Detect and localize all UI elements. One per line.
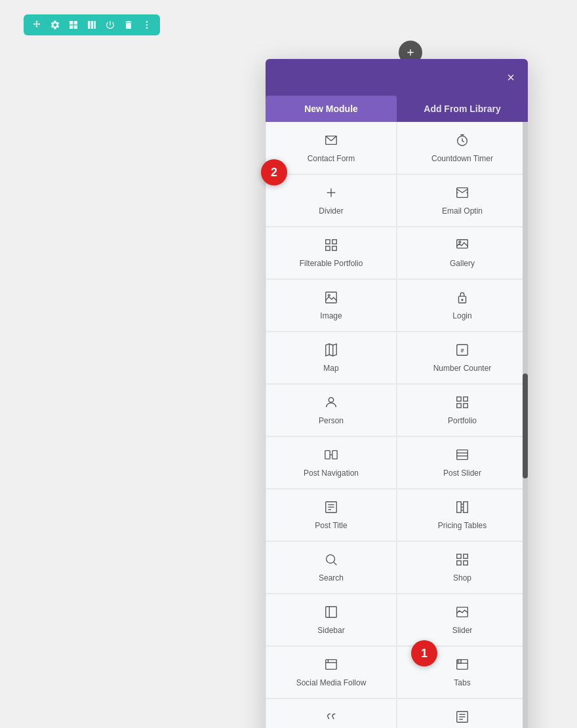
svg-rect-38 xyxy=(457,450,468,460)
svg-rect-52 xyxy=(457,554,461,558)
login-label: Login xyxy=(452,311,471,320)
module-item-portfolio[interactable]: Portfolio xyxy=(397,384,528,436)
text-icon xyxy=(455,710,469,727)
scrollbar-thumb[interactable] xyxy=(523,374,528,478)
search-icon xyxy=(324,552,338,569)
map-icon xyxy=(324,343,338,360)
person-icon xyxy=(324,395,338,412)
gallery-icon xyxy=(455,238,469,255)
sidebar-label: Sidebar xyxy=(317,626,344,635)
plus-icon xyxy=(405,47,416,58)
svg-rect-46 xyxy=(464,502,468,513)
module-item-social-media-follow[interactable]: Social Media Follow xyxy=(266,646,397,699)
module-item-number-counter[interactable]: #Number Counter xyxy=(397,332,528,384)
badge-2: 2 xyxy=(261,159,287,185)
svg-marker-25 xyxy=(326,344,337,356)
svg-rect-5 xyxy=(91,21,93,29)
person-label: Person xyxy=(319,416,344,425)
module-item-slider[interactable]: Slider xyxy=(397,594,528,646)
testimonial-icon xyxy=(324,710,338,727)
svg-rect-59 xyxy=(326,660,337,670)
toolbar[interactable] xyxy=(24,14,160,35)
svg-rect-3 xyxy=(74,26,77,29)
badge-1: 1 xyxy=(411,640,437,666)
module-item-image[interactable]: Image xyxy=(266,279,397,332)
post-title-label: Post Title xyxy=(315,521,347,530)
filterable-portfolio-label: Filterable Portfolio xyxy=(300,259,363,268)
svg-rect-31 xyxy=(457,397,461,401)
map-label: Map xyxy=(323,364,338,373)
module-item-post-title[interactable]: Post Title xyxy=(266,489,397,541)
module-item-search[interactable]: Search xyxy=(266,541,397,594)
svg-rect-1 xyxy=(74,21,77,24)
power-icon xyxy=(105,20,115,30)
image-label: Image xyxy=(320,311,342,320)
svg-point-9 xyxy=(146,27,148,29)
svg-point-30 xyxy=(328,398,333,402)
svg-rect-18 xyxy=(332,246,336,250)
svg-rect-6 xyxy=(94,21,96,29)
svg-rect-32 xyxy=(464,397,468,401)
module-item-testimonial[interactable]: Testimonial xyxy=(266,699,397,728)
gallery-label: Gallery xyxy=(450,259,475,268)
svg-rect-16 xyxy=(332,240,336,244)
insert-module-modal: × New Module Add From Library Contact Fo… xyxy=(266,59,528,728)
module-item-gallery[interactable]: Gallery xyxy=(397,227,528,279)
divider-icon xyxy=(324,185,338,202)
portfolio-icon xyxy=(455,395,469,412)
email-optin-label: Email Optin xyxy=(442,206,483,216)
module-item-countdown-timer[interactable]: Countdown Timer xyxy=(397,122,528,174)
svg-line-51 xyxy=(334,562,336,565)
module-item-person[interactable]: Person xyxy=(266,384,397,436)
svg-rect-35 xyxy=(325,451,330,459)
close-button[interactable]: × xyxy=(507,71,515,84)
module-item-shop[interactable]: Shop xyxy=(397,541,528,594)
svg-rect-34 xyxy=(464,404,468,408)
image-icon xyxy=(324,290,338,307)
number-counter-icon: # xyxy=(455,343,469,360)
post-navigation-label: Post Navigation xyxy=(304,469,359,478)
svg-rect-33 xyxy=(457,404,461,408)
pricing-tables-icon xyxy=(455,500,469,517)
module-item-divider[interactable]: Divider xyxy=(266,174,397,227)
countdown-timer-icon xyxy=(455,133,469,150)
svg-point-22 xyxy=(328,294,330,296)
divider-label: Divider xyxy=(319,206,343,216)
svg-rect-53 xyxy=(464,554,468,558)
move-icon xyxy=(31,20,42,30)
module-item-pricing-tables[interactable]: Pricing Tables xyxy=(397,489,528,541)
svg-rect-54 xyxy=(457,561,461,565)
module-item-post-slider[interactable]: Post Slider xyxy=(397,436,528,489)
module-item-filterable-portfolio[interactable]: Filterable Portfolio xyxy=(266,227,397,279)
svg-point-20 xyxy=(459,241,461,243)
module-item-sidebar[interactable]: Sidebar xyxy=(266,594,397,646)
tabs-icon xyxy=(455,657,469,674)
svg-rect-36 xyxy=(332,451,337,459)
module-item-map[interactable]: Map xyxy=(266,332,397,384)
layout-icon xyxy=(68,20,79,30)
module-item-login[interactable]: Login xyxy=(397,279,528,332)
slider-label: Slider xyxy=(452,626,473,635)
portfolio-label: Portfolio xyxy=(448,416,477,425)
trash-icon xyxy=(123,20,134,30)
svg-point-7 xyxy=(146,21,148,23)
post-slider-label: Post Slider xyxy=(443,469,481,478)
module-item-text[interactable]: Text xyxy=(397,699,528,728)
pricing-tables-label: Pricing Tables xyxy=(438,521,487,530)
scrollbar-track[interactable] xyxy=(523,122,528,728)
tab-new-module[interactable]: New Module xyxy=(266,96,397,122)
social-media-follow-icon xyxy=(324,657,338,674)
module-item-post-navigation[interactable]: Post Navigation xyxy=(266,436,397,489)
login-icon xyxy=(455,290,469,307)
filterable-portfolio-icon xyxy=(324,238,338,255)
svg-rect-64 xyxy=(458,660,462,664)
svg-rect-17 xyxy=(326,246,330,250)
tab-add-from-library[interactable]: Add From Library xyxy=(397,96,528,122)
svg-rect-21 xyxy=(326,292,337,303)
svg-point-8 xyxy=(146,24,148,26)
slider-icon xyxy=(455,605,469,622)
more-icon xyxy=(142,20,152,30)
module-item-email-optin[interactable]: Email Optin xyxy=(397,174,528,227)
svg-rect-0 xyxy=(70,21,73,24)
svg-point-50 xyxy=(327,555,335,564)
